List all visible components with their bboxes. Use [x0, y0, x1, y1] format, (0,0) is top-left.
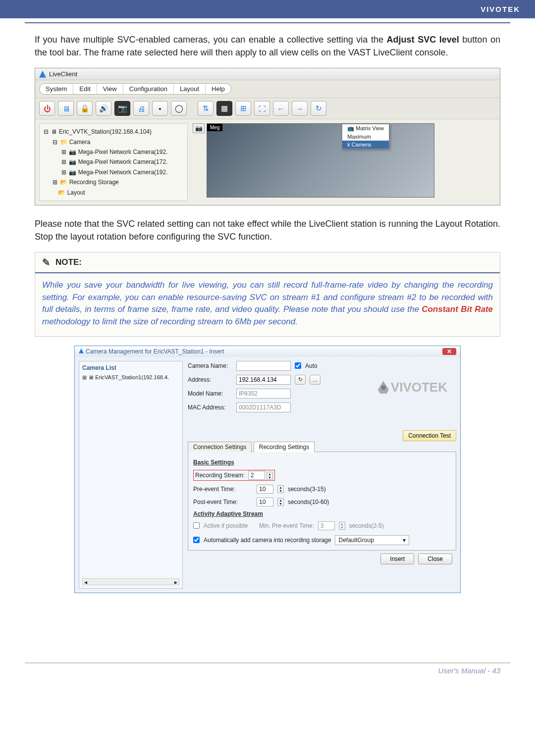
intro-bold: Adjust SVC level — [387, 35, 459, 45]
close-icon[interactable]: ✕ — [442, 348, 456, 355]
matrix-icon[interactable]: ▦ — [216, 101, 232, 116]
min-pre-label: Min. Pre-event Time: — [259, 522, 314, 529]
tab-recording-settings[interactable]: Recording Settings — [254, 442, 315, 452]
note-box: ✎ NOTE: While you save your bandwidth fo… — [35, 252, 500, 337]
min-pre-value: 3 — [318, 521, 335, 530]
menu-system[interactable]: System — [40, 84, 73, 94]
menu-configuration[interactable]: Configuration — [123, 84, 174, 94]
header-divider — [25, 22, 510, 23]
recording-stream-row: Recording Stream: 2 ▲▼ — [193, 470, 275, 481]
svc-maximum[interactable]: Maximum — [342, 133, 389, 141]
tab-connection-settings[interactable]: Connection Settings — [188, 442, 252, 452]
post-event-value[interactable]: 10 — [257, 498, 273, 506]
chevron-down-icon: ▾ — [403, 537, 406, 544]
tree-layout[interactable]: Layout — [67, 189, 85, 196]
auto-add-label: Automatically add camera into recording … — [204, 537, 331, 544]
brand-header: VIVOTEK — [0, 0, 535, 18]
pre-event-stepper[interactable]: ▲▼ — [277, 485, 284, 493]
horizontal-scrollbar[interactable]: ◂ ▸ — [82, 578, 179, 585]
cm-logo-icon — [79, 349, 84, 353]
tree-camera-folder[interactable]: Camera — [69, 139, 91, 146]
camera-name-label: Camera Name: — [188, 362, 232, 369]
svc-matrix-view[interactable]: 📺 Matrix View — [342, 124, 389, 133]
model-label: Model Name: — [188, 390, 232, 397]
insert-button[interactable]: Insert — [380, 554, 414, 564]
toolbar: ⏻ 🖥 🔒 🔊 📷 🖨 • ◯ ⇅ ▦ ⊞ ⛶ ← → ↻ — [35, 98, 500, 119]
menu-edit[interactable]: Edit — [73, 84, 97, 94]
intro-text-prefix: If you have multiple SVC-enabled cameras… — [35, 35, 387, 45]
prev-icon[interactable]: ← — [273, 101, 289, 116]
tree-cam-3[interactable]: Mega-Pixel Network Camera(192. — [78, 169, 168, 176]
note-body-red: Constant Bit Rate — [422, 304, 493, 314]
cell-cam-icon[interactable]: 📷 — [193, 123, 205, 133]
cm-station[interactable]: EricVAST_Station1(192.168.4. — [95, 374, 169, 380]
refresh-icon[interactable]: ↻ — [295, 375, 306, 385]
browse-icon[interactable]: … — [310, 375, 321, 385]
close-button[interactable]: Close — [418, 554, 452, 564]
active-if-possible-label: Active if possible — [204, 522, 248, 529]
device-tree[interactable]: ⊟ 🖥 Eric_VVTK_Station(192.168.4.104) ⊟ 📁… — [39, 123, 188, 201]
camera-icon[interactable]: 📷 — [114, 101, 130, 116]
model-input — [236, 389, 291, 399]
video-cell[interactable]: Meg 📺 Matrix View Maximum k Camera — [207, 123, 434, 198]
recording-stream-label: Recording Stream: — [195, 472, 245, 479]
lock-icon[interactable]: 🔒 — [77, 101, 93, 116]
svc-popup: 📺 Matrix View Maximum k Camera — [342, 124, 389, 149]
camera-management-dialog: Camera Management for EricVAST_Station1 … — [74, 346, 461, 593]
post-event-stepper[interactable]: ▲▼ — [277, 498, 284, 506]
recording-stream-stepper[interactable]: ▲▼ — [267, 472, 273, 480]
menubar: System Edit View Configuration Layout He… — [35, 80, 500, 98]
fullscreen-icon[interactable]: ⛶ — [254, 101, 270, 116]
note-title: NOTE: — [55, 257, 82, 267]
record-icon[interactable]: • — [152, 101, 168, 116]
liveclient-window: LiveClient System Edit View Configuratio… — [35, 68, 500, 205]
video-label: Meg — [207, 124, 222, 131]
rotate-icon[interactable]: ↻ — [311, 101, 326, 116]
stop-icon[interactable]: ◯ — [171, 101, 187, 116]
power-icon[interactable]: ⏻ — [39, 101, 55, 116]
next-icon[interactable]: → — [292, 101, 308, 116]
grid-icon[interactable]: ⊞ — [235, 101, 251, 116]
camera-list-panel: Camera List ⊞ 🖥 EricVAST_Station1(192.16… — [79, 361, 183, 589]
intro-paragraph: If you have multiple SVC-enabled cameras… — [35, 33, 500, 59]
pre-event-label: Pre-event Time: — [193, 486, 253, 493]
tree-cam-2[interactable]: Mega-Pixel Network Camera(172. — [78, 158, 168, 165]
pre-event-value[interactable]: 10 — [257, 485, 273, 494]
camera-details-panel: ◉ VIVOTEK Camera Name: Auto Address: ↻ … — [188, 361, 456, 589]
menu-layout[interactable]: Layout — [174, 84, 206, 94]
svc-sub-camera[interactable]: k Camera — [342, 141, 389, 149]
liveclient-title: LiveClient — [49, 70, 77, 78]
print-icon[interactable]: 🖨 — [133, 101, 149, 116]
camera-name-input[interactable] — [236, 361, 291, 371]
pre-event-hint: seconds(3-15) — [288, 486, 326, 493]
address-label: Address: — [188, 376, 232, 383]
note-paragraph: Please note that the SVC related setting… — [35, 217, 500, 243]
aas-title: Activity Adaptive Stream — [193, 510, 451, 517]
speaker-icon[interactable]: 🔊 — [96, 101, 111, 116]
group-value: DefaultGroup — [338, 537, 374, 544]
recording-settings-panel: Basic Settings Recording Stream: 2 ▲▼ Pr… — [188, 452, 456, 551]
min-pre-stepper: ▲▼ — [339, 522, 345, 530]
auto-add-checkbox[interactable] — [193, 537, 200, 543]
group-select[interactable]: DefaultGroup ▾ — [335, 535, 409, 545]
liveclient-titlebar: LiveClient — [35, 68, 500, 80]
pen-icon: ✎ — [42, 256, 51, 268]
connection-test-button[interactable]: Connection Test — [403, 430, 456, 441]
page-footer: User's Manual - 43 — [0, 663, 535, 675]
menu-help[interactable]: Help — [206, 84, 231, 94]
tree-cam-1[interactable]: Mega-Pixel Network Camera(192. — [78, 149, 168, 155]
menu-view[interactable]: View — [97, 84, 123, 94]
tree-storage[interactable]: Recording Storage — [69, 179, 119, 186]
mac-input — [236, 403, 291, 412]
cm-titlebar: Camera Management for EricVAST_Station1 … — [75, 346, 460, 357]
drop-icon: ◉ — [378, 381, 389, 394]
recording-stream-value[interactable]: 2 — [248, 471, 265, 480]
address-input[interactable] — [236, 375, 291, 385]
app-logo-icon — [39, 71, 46, 78]
station-icon[interactable]: 🖥 — [58, 101, 74, 116]
svc-adjust-icon[interactable]: ⇅ — [198, 101, 214, 116]
auto-checkbox[interactable] — [295, 362, 301, 369]
tree-root[interactable]: Eric_VVTK_Station(192.168.4.104) — [59, 128, 152, 135]
camera-list-title: Camera List — [82, 364, 179, 371]
active-if-possible-checkbox[interactable] — [193, 522, 200, 529]
